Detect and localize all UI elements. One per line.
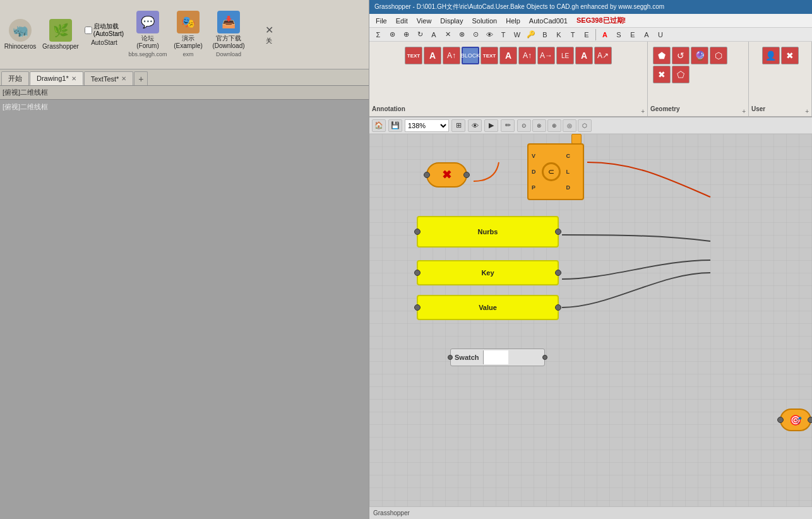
decode-port-D[interactable]: D xyxy=(530,168,538,176)
gh-arr-btn[interactable]: ▶ xyxy=(484,119,498,132)
gh-icon-w1[interactable]: W xyxy=(511,29,523,40)
swatch-port-right[interactable] xyxy=(542,355,547,360)
menu-display[interactable]: Display xyxy=(436,16,467,26)
decode-port-L[interactable]: L xyxy=(564,168,573,176)
gh-icon-a1[interactable]: A xyxy=(427,29,440,40)
gh-icon-b1[interactable]: ⊗ xyxy=(455,29,468,40)
example-button[interactable]: 🎭 演示(Example) exm xyxy=(169,8,207,61)
error-node[interactable]: ✖ xyxy=(426,162,467,188)
geo-4[interactable]: ⬡ xyxy=(710,47,727,64)
value-port-right[interactable] xyxy=(555,304,561,311)
gh-eye-btn[interactable]: 👁 xyxy=(468,119,482,132)
error-node-port-left[interactable] xyxy=(424,172,430,178)
gh-icon-U1[interactable]: U xyxy=(654,29,667,40)
user-2[interactable]: ✖ xyxy=(781,47,799,64)
value-node[interactable]: Value xyxy=(417,295,559,320)
geo-1[interactable]: ⬟ xyxy=(653,47,671,64)
rhino-viewport[interactable]: [俯视]二维线框 xyxy=(0,100,369,519)
gh-zoom-select[interactable]: 138% xyxy=(405,119,449,132)
menu-file[interactable]: File xyxy=(372,16,391,26)
decode-node[interactable]: V D P ⊂ C L D xyxy=(527,143,584,200)
gh-icon-plug[interactable]: ⊕ xyxy=(400,29,412,40)
user-1[interactable]: 👤 xyxy=(762,47,780,64)
gh-fit-btn[interactable]: ⊞ xyxy=(451,119,465,132)
gh-save-btn[interactable]: 💾 xyxy=(388,119,402,132)
annotation-expand[interactable]: + xyxy=(641,108,645,115)
gh-icon-t1[interactable]: T xyxy=(497,29,510,40)
gh-canvas[interactable]: ✖ V D P ⊂ C L D Nurbs xyxy=(369,134,812,506)
tab-start[interactable]: 开始 xyxy=(1,71,29,85)
tab-drawing1-close[interactable]: ✕ xyxy=(71,75,76,82)
anno-a3[interactable]: A xyxy=(499,47,517,64)
anno-a7[interactable]: A xyxy=(575,47,593,64)
decode-port-C[interactable]: C xyxy=(564,152,573,160)
decode-port-D2[interactable]: D xyxy=(564,184,573,191)
gh-extra-2[interactable]: ⊗ xyxy=(532,119,546,132)
nurbs-port-right[interactable] xyxy=(555,229,561,235)
menu-help[interactable]: Help xyxy=(502,16,524,26)
anno-text1[interactable]: TEXT xyxy=(405,47,422,64)
forum-button[interactable]: 💬 论坛(Forum) bbs.seggh.com xyxy=(129,8,167,61)
geo-6[interactable]: ⬠ xyxy=(672,66,690,83)
anno-a6[interactable]: LE xyxy=(556,47,574,64)
geo-5[interactable]: ✖ xyxy=(653,66,671,83)
gh-icon-t3[interactable]: T xyxy=(566,29,579,40)
gh-pencil-btn[interactable]: ✏ xyxy=(501,119,515,132)
gh-icon-b2[interactable]: ⊙ xyxy=(469,29,482,40)
gh-icon-k1[interactable]: K xyxy=(552,29,565,40)
tab-drawing1[interactable]: Drawing1* ✕ xyxy=(30,71,83,85)
menu-view[interactable]: View xyxy=(413,16,436,26)
anno-text2[interactable]: TEXT xyxy=(481,47,498,64)
autostart-button[interactable]: 启动加载(AutoStart) AutoStart xyxy=(82,9,126,60)
anno-a8[interactable]: A↗ xyxy=(594,47,612,64)
swatch-node[interactable]: Swatch xyxy=(450,349,545,366)
anno-a5[interactable]: A→ xyxy=(537,47,555,64)
rhino-button[interactable]: 🦏 Rhinoceros xyxy=(1,9,39,60)
gh-icon-b3[interactable]: B xyxy=(539,29,551,40)
decode-port-V[interactable]: V xyxy=(530,152,538,160)
anno-a1[interactable]: A xyxy=(424,47,441,64)
gh-icon-e1[interactable]: E xyxy=(580,29,593,40)
small-node-port-right[interactable] xyxy=(808,417,812,423)
value-port-left[interactable] xyxy=(414,304,421,311)
nurbs-node[interactable]: Nurbs xyxy=(417,216,559,248)
gh-extra-4[interactable]: ◎ xyxy=(563,119,576,132)
user-expand[interactable]: + xyxy=(805,108,809,115)
tab-texttest-close[interactable]: ✕ xyxy=(121,75,126,82)
decode-port-P[interactable]: P xyxy=(530,184,538,191)
gh-icon-cross[interactable]: ✕ xyxy=(441,29,454,40)
key-port-right[interactable] xyxy=(555,270,561,276)
gh-icon-A3[interactable]: A xyxy=(640,29,653,40)
gh-icon-eye[interactable]: 👁 xyxy=(483,29,496,40)
gh-icon-S1[interactable]: S xyxy=(612,29,625,40)
anno-a2[interactable]: A↑ xyxy=(443,47,460,64)
key-node[interactable]: Key xyxy=(417,260,559,285)
menu-edit[interactable]: Edit xyxy=(392,16,412,26)
geo-2[interactable]: ↺ xyxy=(672,47,690,64)
gh-icon-feed[interactable]: ⊛ xyxy=(386,29,398,40)
gh-home-btn[interactable]: 🏠 xyxy=(372,119,386,132)
gh-icon-refresh[interactable]: ↻ xyxy=(414,29,426,40)
geometry-expand[interactable]: + xyxy=(742,108,746,115)
menu-autocad001[interactable]: AutoCad001 xyxy=(525,16,571,26)
download-button[interactable]: 📥 官方下载(Download) Download xyxy=(210,8,248,61)
anno-a4[interactable]: A↑ xyxy=(518,47,536,64)
gh-icon-t2[interactable]: 🔑 xyxy=(525,29,537,40)
gh-icon-E2[interactable]: E xyxy=(626,29,639,40)
small-round-node[interactable]: 🎯 xyxy=(780,409,811,431)
key-port-left[interactable] xyxy=(414,270,421,276)
tab-texttest[interactable]: TextTest* ✕ xyxy=(84,71,134,85)
menu-seg398[interactable]: SEG398已过期! xyxy=(573,15,630,27)
swatch-port-left[interactable] xyxy=(448,355,453,360)
gh-icon-A2[interactable]: A xyxy=(599,29,611,40)
gh-small-square-top[interactable] xyxy=(571,134,582,144)
close-button[interactable]: ✕ 关 xyxy=(250,9,288,60)
menu-solution[interactable]: Solution xyxy=(468,16,501,26)
grasshopper-button[interactable]: 🌿 Grasshopper xyxy=(42,9,80,60)
gh-extra-5[interactable]: ⬡ xyxy=(578,119,592,132)
gh-extra-1[interactable]: ⊙ xyxy=(517,119,531,132)
geo-3[interactable]: 🔮 xyxy=(691,47,708,64)
anno-block[interactable]: BLOCK xyxy=(462,47,479,64)
gh-extra-3[interactable]: ⊕ xyxy=(547,119,561,132)
tab-add-button[interactable]: + xyxy=(134,71,148,85)
